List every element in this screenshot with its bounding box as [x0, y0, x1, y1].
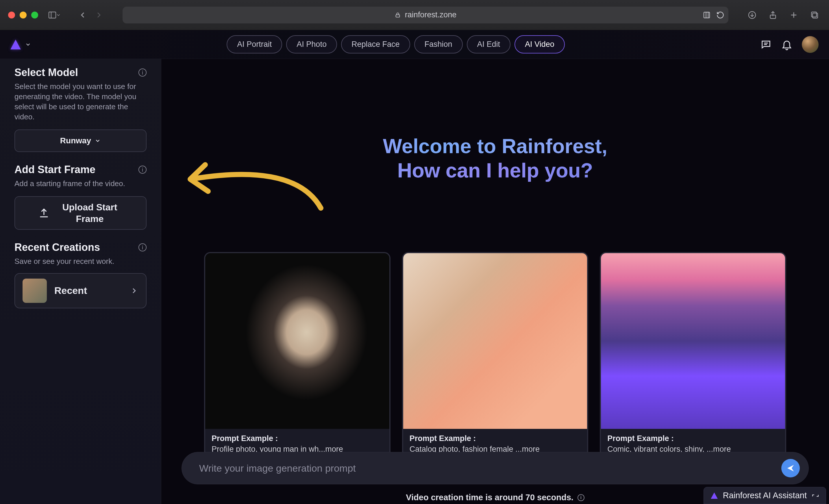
example-title: Prompt Example : [409, 434, 581, 443]
sidebar: Select Model i Select the model you want… [0, 59, 161, 504]
prompt-example-card[interactable]: Prompt Example : Catalog photo, fashion … [402, 252, 588, 462]
status-text: Video creation time is around 70 seconds… [406, 493, 574, 502]
user-avatar[interactable] [802, 36, 819, 53]
info-icon[interactable]: i [139, 243, 147, 251]
logo-icon [711, 493, 718, 499]
svg-rect-4 [706, 12, 710, 18]
send-icon [786, 464, 795, 472]
messages-icon[interactable] [760, 39, 772, 50]
tab-fashion[interactable]: Fashion [414, 35, 463, 53]
svg-rect-11 [812, 12, 816, 17]
tab-ai-edit[interactable]: AI Edit [467, 35, 511, 53]
svg-rect-2 [396, 15, 399, 17]
window-controls [8, 11, 38, 19]
send-button[interactable] [781, 459, 800, 477]
expand-icon[interactable] [812, 492, 819, 499]
browser-chrome: rainforest.zone [0, 0, 829, 30]
recent-label: Recent [55, 285, 87, 296]
start-frame-desc: Add a starting frame of the video. [14, 179, 147, 189]
example-title: Prompt Example : [607, 434, 779, 443]
example-image [601, 253, 785, 429]
recent-creations-title: Recent Creations [14, 241, 100, 253]
tab-replace-face[interactable]: Replace Face [341, 35, 410, 53]
chevron-right-icon [130, 286, 139, 295]
svg-rect-0 [49, 12, 56, 18]
info-icon[interactable]: i [578, 494, 584, 501]
forward-button[interactable] [93, 9, 105, 22]
welcome-line1: Welcome to Rainforest, [383, 135, 608, 157]
prompt-bar [182, 452, 809, 484]
prompt-example-card[interactable]: Prompt Example : Profile photo, young ma… [204, 252, 391, 462]
sidebar-toggle-icon[interactable] [44, 9, 65, 22]
assistant-dock[interactable]: Rainforest AI Assistant [704, 487, 826, 504]
welcome-line2: How can I help you? [161, 158, 829, 183]
start-frame-title: Add Start Frame [14, 164, 96, 176]
reload-icon[interactable] [716, 11, 724, 19]
app-header: AI Portrait AI Photo Replace Face Fashio… [0, 30, 829, 59]
nav-tabs: AI Portrait AI Photo Replace Face Fashio… [227, 35, 565, 53]
select-model-desc: Select the model you want to use for gen… [14, 81, 147, 122]
example-title: Prompt Example : [212, 434, 383, 443]
upload-start-frame-button[interactable]: Upload Start Frame [14, 196, 147, 230]
close-window-icon[interactable] [8, 11, 15, 19]
chevron-down-icon [25, 41, 31, 48]
reader-mode-icon[interactable] [702, 11, 711, 20]
chevron-down-icon [95, 138, 101, 144]
lock-icon [395, 12, 401, 18]
downloads-icon[interactable] [746, 9, 758, 22]
fullscreen-window-icon[interactable] [31, 11, 38, 19]
info-icon[interactable]: i [139, 69, 147, 77]
tab-ai-photo[interactable]: AI Photo [286, 35, 337, 53]
logo-icon [10, 40, 21, 49]
recent-creations-desc: Save or see your recent work. [14, 256, 147, 266]
example-image [205, 253, 389, 429]
prompt-example-card[interactable]: Prompt Example : Comic, vibrant colors, … [600, 252, 786, 462]
url-text: rainforest.zone [405, 10, 457, 20]
model-select-value: Runway [60, 136, 91, 145]
welcome-heading: Welcome to Rainforest, How can I help yo… [161, 134, 829, 183]
model-select[interactable]: Runway [14, 130, 147, 152]
example-image [403, 253, 587, 429]
tabs-overview-icon[interactable] [808, 9, 821, 22]
prompt-examples: Prompt Example : Profile photo, young ma… [204, 252, 786, 462]
prompt-input[interactable] [199, 462, 781, 474]
select-model-title: Select Model [14, 67, 78, 79]
info-icon[interactable]: i [139, 166, 147, 174]
recent-button[interactable]: Recent [14, 273, 147, 308]
notifications-icon[interactable] [781, 39, 793, 50]
tab-ai-portrait[interactable]: AI Portrait [227, 35, 282, 53]
svg-rect-10 [813, 13, 818, 18]
upload-icon [38, 207, 50, 219]
new-tab-icon[interactable] [787, 9, 800, 22]
main-content: Welcome to Rainforest, How can I help yo… [161, 59, 829, 504]
url-bar[interactable]: rainforest.zone [122, 7, 728, 24]
recent-thumbnail [23, 279, 47, 303]
logo[interactable] [10, 40, 31, 49]
share-icon[interactable] [766, 9, 779, 22]
assistant-label: Rainforest AI Assistant [723, 491, 807, 500]
minimize-window-icon[interactable] [20, 11, 27, 19]
back-button[interactable] [76, 9, 89, 22]
tab-ai-video[interactable]: AI Video [514, 35, 565, 53]
upload-start-frame-label: Upload Start Frame [57, 202, 123, 224]
